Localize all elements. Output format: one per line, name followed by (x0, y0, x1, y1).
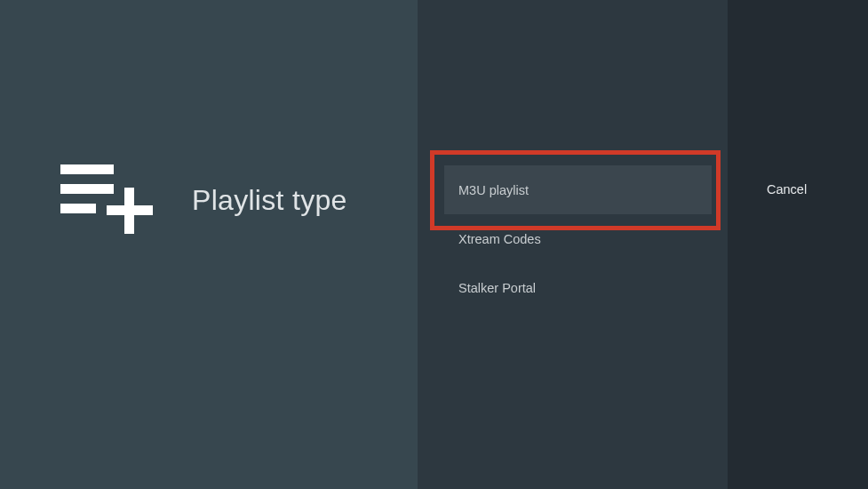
svg-rect-1 (60, 184, 114, 194)
option-label: Xtream Codes (458, 232, 541, 246)
option-m3u-playlist[interactable]: M3U playlist (444, 165, 712, 214)
option-stalker-portal[interactable]: Stalker Portal (430, 263, 715, 312)
title-section: Playlist type (60, 164, 347, 236)
options-panel: M3U playlist Xtream Codes Stalker Portal (418, 0, 728, 489)
cancel-button[interactable]: Cancel (767, 182, 807, 196)
page-title: Playlist type (192, 184, 347, 217)
svg-rect-4 (107, 205, 153, 215)
option-label: M3U playlist (458, 183, 529, 197)
svg-rect-2 (60, 204, 96, 213)
actions-panel: Cancel (728, 0, 868, 489)
option-xtream-codes[interactable]: Xtream Codes (430, 214, 715, 263)
option-list: M3U playlist Xtream Codes Stalker Portal (430, 150, 715, 312)
title-panel: Playlist type (0, 0, 418, 489)
option-label: Stalker Portal (458, 281, 536, 295)
playlist-add-icon (60, 164, 158, 236)
svg-rect-0 (60, 164, 114, 174)
